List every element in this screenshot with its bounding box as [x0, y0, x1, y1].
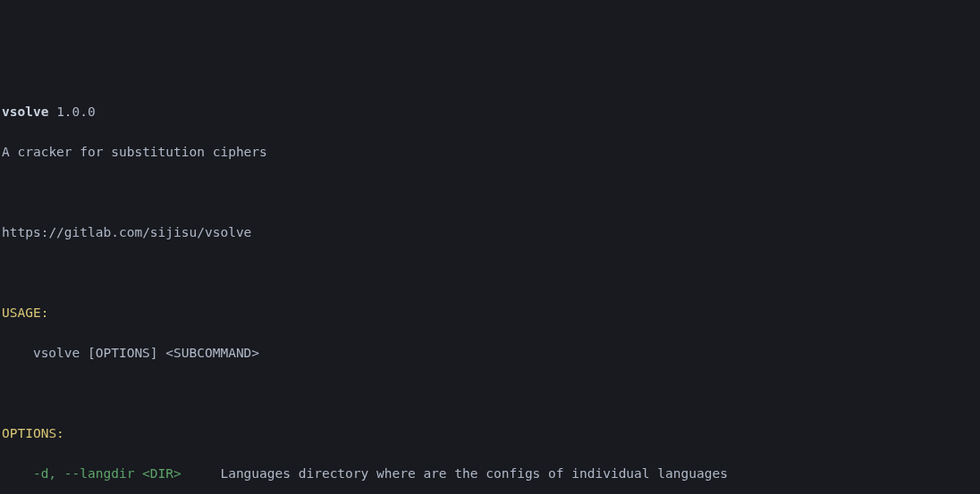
app-version: 1.0.0 [56, 105, 96, 119]
blank-line [2, 182, 978, 202]
blank-line [2, 263, 978, 282]
app-name: vsolve [2, 105, 48, 119]
option-desc: Languages directory where are the config… [220, 466, 727, 481]
options-header: OPTIONS: [2, 423, 978, 443]
usage-line: vsolve [OPTIONS] <SUBCOMMAND> [2, 343, 978, 363]
app-description: A cracker for substitution ciphers [2, 142, 978, 162]
terminal-output: vsolve 1.0.0 A cracker for substitution … [2, 82, 978, 494]
option-row: -d, --langdir <DIR> Languages directory … [2, 464, 978, 483]
usage-header: USAGE: [2, 303, 978, 322]
header-line: vsolve 1.0.0 [2, 102, 978, 121]
option-flag: -d, --langdir <DIR> [33, 464, 213, 483]
blank-line [2, 383, 978, 403]
app-url: https://gitlab.com/sijisu/vsolve [2, 222, 978, 242]
